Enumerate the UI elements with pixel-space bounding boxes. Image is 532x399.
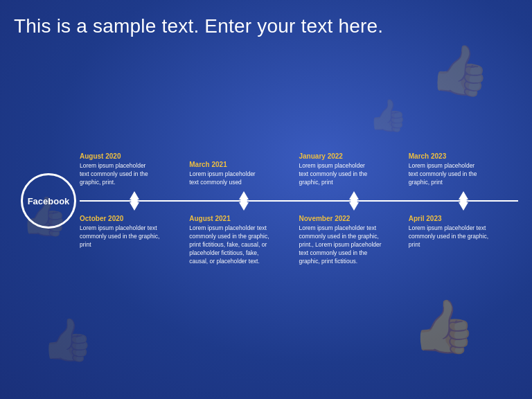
event-text-4-top: Lorem ipsum placeholder text commonly us… [409, 162, 485, 187]
event-top-3: January 2022 Lorem ipsum placeholder tex… [299, 152, 375, 187]
event-bottom-4: April 2023 Lorem ipsum placeholder text … [409, 215, 492, 249]
event-text-2-bottom: Lorem ipsum placeholder text commonly us… [189, 224, 272, 265]
facebook-circle: Facebook [21, 173, 76, 229]
thumbs-watermark-bottom-left: 👍 [42, 315, 94, 364]
facebook-label: Facebook [28, 196, 70, 206]
arrow-down-1 [130, 202, 139, 211]
event-bottom-2: August 2021 Lorem ipsum placeholder text… [189, 215, 272, 265]
timeline-points: August 2020 Lorem ipsum placeholder text… [80, 104, 518, 298]
arrow-down-3 [349, 202, 359, 211]
event-date-3-top: January 2022 [299, 152, 375, 160]
event-date-1-bottom: October 2020 [80, 215, 163, 222]
page-title: This is a sample text. Enter your text h… [14, 15, 383, 37]
thumbs-watermark-top-right: 👍 [428, 39, 493, 100]
event-date-4-bottom: April 2023 [409, 215, 492, 222]
event-top-1: August 2020 Lorem ipsum placeholder text… [80, 152, 156, 187]
event-text-4-bottom: Lorem ipsum placeholder text commonly us… [409, 224, 492, 249]
event-text-2-top: Lorem ipsum placeholder text commonly us… [189, 170, 265, 187]
timeline: Facebook August 2020 Lorem ipsum placeho… [14, 104, 518, 298]
event-text-3-top: Lorem ipsum placeholder text commonly us… [299, 162, 375, 187]
event-text-1-bottom: Lorem ipsum placeholder text commonly us… [80, 224, 163, 249]
event-date-2-top: March 2021 [189, 161, 265, 168]
arrow-down-4 [459, 202, 468, 211]
event-top-4: March 2023 Lorem ipsum placeholder text … [409, 152, 485, 187]
event-text-3-bottom: Lorem ipsum placeholder text commonly us… [299, 224, 382, 265]
event-bottom-3: November 2022 Lorem ipsum placeholder te… [299, 215, 382, 265]
event-date-3-bottom: November 2022 [299, 215, 382, 222]
arrow-down-2 [239, 202, 249, 211]
event-date-4-top: March 2023 [409, 152, 485, 160]
event-date-2-bottom: August 2021 [189, 215, 272, 222]
event-bottom-1: October 2020 Lorem ipsum placeholder tex… [80, 215, 163, 249]
event-text-1-top: Lorem ipsum placeholder text commonly us… [80, 162, 156, 187]
event-top-2: March 2021 Lorem ipsum placeholder text … [189, 161, 265, 187]
thumbs-watermark-bottom-right: 👍 [411, 296, 477, 357]
event-date-1-top: August 2020 [80, 152, 156, 160]
